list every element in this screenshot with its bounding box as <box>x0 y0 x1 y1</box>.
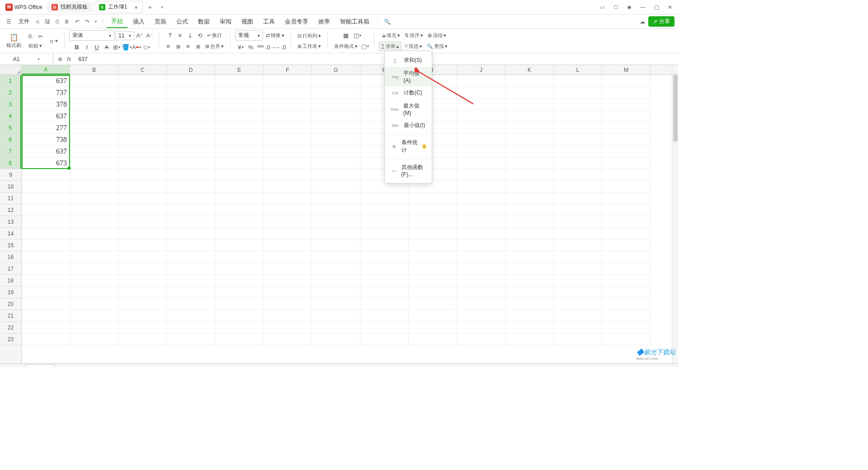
cell-E15[interactable] <box>215 240 264 251</box>
cell-F22[interactable] <box>264 322 312 334</box>
cell-C14[interactable] <box>118 228 167 240</box>
cell-C8[interactable] <box>118 157 167 169</box>
cell-D15[interactable] <box>167 240 215 251</box>
cell-E13[interactable] <box>215 216 264 228</box>
cell-G22[interactable] <box>312 322 360 334</box>
tab-templates[interactable]: D 找稻克模板 <box>47 1 92 13</box>
cell-I14[interactable] <box>409 228 457 240</box>
cell-D12[interactable] <box>167 204 215 216</box>
redo-icon[interactable]: ↷ <box>83 17 92 27</box>
format-painter-button[interactable]: 📋格式刷 <box>5 32 23 50</box>
row-header-4[interactable]: 4 <box>0 110 21 122</box>
cell-K19[interactable] <box>505 287 554 298</box>
cell-E5[interactable] <box>215 122 264 134</box>
add-sheet-button[interactable]: + <box>55 366 65 367</box>
save-icon[interactable]: 🖫 <box>42 17 52 27</box>
cell-F9[interactable] <box>264 169 312 181</box>
row-header-8[interactable]: 8 <box>0 157 21 169</box>
cell-B11[interactable] <box>70 193 118 204</box>
menu-smart[interactable]: 智能工具箱 <box>335 16 374 28</box>
row-header-3[interactable]: 3 <box>0 99 21 110</box>
cell-H12[interactable] <box>360 204 409 216</box>
cell-C11[interactable] <box>118 193 167 204</box>
cell-E21[interactable] <box>215 310 264 322</box>
cell-C19[interactable] <box>118 287 167 298</box>
cell-F7[interactable] <box>264 146 312 157</box>
cell-F19[interactable] <box>264 287 312 298</box>
cell-A19[interactable] <box>22 287 70 298</box>
cell-D9[interactable] <box>167 169 215 181</box>
cell-G14[interactable] <box>312 228 360 240</box>
align-bottom-icon[interactable]: ⤓ <box>185 31 194 40</box>
cell-K12[interactable] <box>505 204 554 216</box>
cell-H19[interactable] <box>360 287 409 298</box>
cell-F2[interactable] <box>264 87 312 99</box>
menu-tools[interactable]: 工具 <box>259 16 279 28</box>
cell-E16[interactable] <box>215 251 264 263</box>
cell-L3[interactable] <box>554 99 602 110</box>
cell-C22[interactable] <box>118 322 167 334</box>
clear-format-icon[interactable]: ◇▾ <box>142 42 151 52</box>
cell-D19[interactable] <box>167 287 215 298</box>
cell-F10[interactable] <box>264 181 312 193</box>
menu-formula[interactable]: 公式 <box>172 16 193 28</box>
cell-I15[interactable] <box>409 240 457 251</box>
cell-F4[interactable] <box>264 110 312 122</box>
italic-icon[interactable]: I <box>82 42 91 52</box>
cell-H20[interactable] <box>360 298 409 310</box>
cell-K11[interactable] <box>505 193 554 204</box>
sort-button[interactable]: ⇅排序▾ <box>403 31 425 40</box>
cell-C13[interactable] <box>118 216 167 228</box>
col-header-K[interactable]: K <box>505 65 554 75</box>
cell-M10[interactable] <box>602 181 651 193</box>
comma-icon[interactable]: ººº <box>256 42 265 52</box>
cell-G11[interactable] <box>312 193 360 204</box>
cell-C15[interactable] <box>118 240 167 251</box>
cell-L10[interactable] <box>554 181 602 193</box>
cell-E3[interactable] <box>215 99 264 110</box>
cell-A16[interactable] <box>22 251 70 263</box>
cell-M7[interactable] <box>602 146 651 157</box>
cell-I23[interactable] <box>409 334 457 345</box>
dd-count[interactable]: Cnt计数(C) <box>385 86 432 99</box>
cell-D17[interactable] <box>167 263 215 275</box>
cell-K2[interactable] <box>505 87 554 99</box>
cell-L21[interactable] <box>554 310 602 322</box>
cut-icon[interactable]: ✂ <box>36 32 45 41</box>
cell-G23[interactable] <box>312 334 360 345</box>
cell-M13[interactable] <box>602 216 651 228</box>
cell-B7[interactable] <box>70 146 118 157</box>
row-header-23[interactable]: 23 <box>0 334 21 345</box>
cell-I11[interactable] <box>409 193 457 204</box>
cell-K16[interactable] <box>505 251 554 263</box>
cell-D16[interactable] <box>167 251 215 263</box>
row-header-17[interactable]: 17 <box>0 263 21 275</box>
cell-I12[interactable] <box>409 204 457 216</box>
cell-B8[interactable] <box>70 157 118 169</box>
cell-M1[interactable] <box>602 75 651 87</box>
cell-G1[interactable] <box>312 75 360 87</box>
col-header-B[interactable]: B <box>70 65 118 75</box>
freeze-button[interactable]: ⊞冻结▾ <box>426 31 448 40</box>
cell-M5[interactable] <box>602 122 651 134</box>
cell-A12[interactable] <box>22 204 70 216</box>
row-header-6[interactable]: 6 <box>0 134 21 146</box>
menu-view[interactable]: 视图 <box>237 16 258 28</box>
cell-C23[interactable] <box>118 334 167 345</box>
find-button[interactable]: 🔍查找▾ <box>425 42 449 51</box>
cell-H16[interactable] <box>360 251 409 263</box>
cell-G19[interactable] <box>312 287 360 298</box>
cells-area[interactable]: 637737378637277738637673 <box>22 75 672 363</box>
cell-A14[interactable] <box>22 228 70 240</box>
cell-K15[interactable] <box>505 240 554 251</box>
fill-color-icon[interactable]: 🪣▾ <box>122 42 131 52</box>
cell-K8[interactable] <box>505 157 554 169</box>
cell-C12[interactable] <box>118 204 167 216</box>
cell-D10[interactable] <box>167 181 215 193</box>
cell-I16[interactable] <box>409 251 457 263</box>
cell-J10[interactable] <box>457 181 505 193</box>
cell-G5[interactable] <box>312 122 360 134</box>
align-center-icon[interactable]: ≣ <box>174 42 183 51</box>
paste-button[interactable]: 粘贴▾ <box>27 42 44 50</box>
open-icon[interactable]: ⎋ <box>34 17 42 27</box>
